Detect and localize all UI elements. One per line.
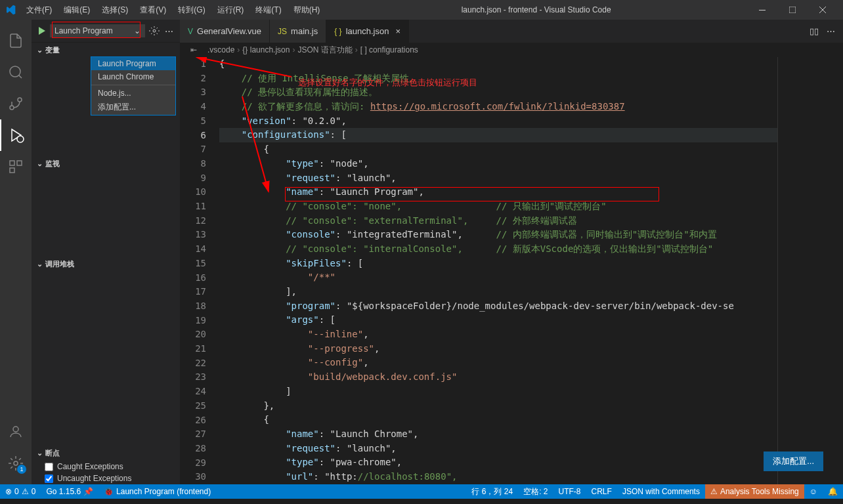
activity-debug[interactable]: [0, 119, 32, 151]
menu-edit[interactable]: 编辑(E): [58, 2, 95, 18]
breakpoint-uncaught-checkbox[interactable]: [45, 474, 53, 483]
status-feedback[interactable]: ☺: [804, 484, 823, 499]
breakpoint-caught-checkbox[interactable]: [45, 463, 53, 471]
section-breakpoints[interactable]: ⌄ 断点: [32, 446, 180, 461]
svg-rect-1: [789, 7, 796, 13]
window-title: launch.json - frontend - Visual Studio C…: [325, 5, 747, 14]
status-bell[interactable]: 🔔: [823, 484, 843, 499]
json-icon: { }: [334, 27, 341, 36]
svg-rect-7: [17, 161, 22, 165]
menu-bar: 文件(F) 编辑(E) 选择(S) 查看(V) 转到(G) 运行(R) 终端(T…: [21, 2, 325, 18]
svg-point-5: [17, 136, 24, 142]
svg-rect-0: [759, 10, 766, 10]
tab-label: main.js: [291, 26, 318, 36]
status-launch[interactable]: 🐞Launch Program (frontend): [98, 484, 216, 499]
vscode-icon: [5, 5, 16, 15]
status-go[interactable]: Go 1.15.6📌: [41, 484, 98, 499]
section-callstack[interactable]: ⌄ 调用堆栈: [32, 257, 180, 272]
debug-config-dropdown[interactable]: Launch Program ⌄: [50, 24, 145, 37]
svg-point-9: [13, 427, 18, 432]
status-problems[interactable]: ⊗0 ⚠0: [0, 484, 41, 499]
activity-extensions[interactable]: [0, 151, 32, 182]
minimap[interactable]: [777, 57, 843, 484]
debug-toolbar: Launch Program ⌄ ⋯: [32, 20, 180, 43]
close-icon[interactable]: ×: [395, 26, 400, 36]
chevron-down-icon: ⌄: [37, 260, 43, 268]
status-encoding[interactable]: UTF-8: [553, 484, 586, 499]
breakpoint-uncaught[interactable]: Uncaught Exceptions: [32, 472, 180, 484]
chevron-right-icon: ›: [237, 45, 240, 54]
feedback-icon: ☺: [810, 487, 817, 496]
split-editor-icon[interactable]: ▯▯: [810, 26, 819, 36]
editor-content[interactable]: 1234567891011121314151617181920212223242…: [180, 57, 843, 484]
svg-point-11: [153, 30, 156, 32]
breadcrumb-file[interactable]: {} launch.json: [242, 45, 290, 54]
activity-search[interactable]: [0, 56, 32, 88]
activity-account[interactable]: [0, 416, 32, 448]
breadcrumb-collapse-icon[interactable]: ⇤: [190, 45, 197, 54]
menu-terminal[interactable]: 终端(T): [250, 2, 286, 18]
breadcrumb: ⇤ .vscode › {} launch.json › JSON 语言功能 ›…: [180, 43, 843, 57]
breakpoint-caught-label: Caught Exceptions: [57, 462, 123, 471]
config-option-nodejs[interactable]: Node.js...: [91, 87, 175, 100]
svg-point-4: [10, 106, 14, 110]
debug-more-button[interactable]: ⋯: [163, 25, 175, 37]
pin-icon: 📌: [83, 487, 93, 496]
section-callstack-label: 调用堆栈: [45, 259, 74, 269]
debug-config-menu: Launch Program Launch Chrome Node.js... …: [91, 56, 176, 116]
menu-goto[interactable]: 转到(G): [173, 2, 210, 18]
activity-explorer[interactable]: [0, 25, 32, 56]
debug-config-selected: Launch Program: [54, 26, 113, 35]
breakpoint-caught[interactable]: Caught Exceptions: [32, 461, 180, 472]
menu-run[interactable]: 运行(R): [212, 2, 249, 18]
minimize-button[interactable]: [747, 0, 777, 20]
close-button[interactable]: [808, 0, 838, 20]
maximize-button[interactable]: [777, 0, 808, 20]
editor-area: V GeneralView.vue JS main.js { } launch.…: [180, 20, 843, 484]
activity-settings[interactable]: 1: [0, 448, 32, 479]
svg-rect-8: [10, 168, 14, 173]
status-eol[interactable]: CRLF: [586, 484, 617, 499]
tabs-bar: V GeneralView.vue JS main.js { } launch.…: [180, 20, 843, 43]
add-config-button[interactable]: 添加配置...: [764, 452, 823, 471]
config-option-launch-chrome[interactable]: Launch Chrome: [91, 70, 175, 83]
status-cursor[interactable]: 行 6，列 24: [466, 484, 518, 499]
chevron-down-icon: ⌄: [37, 449, 43, 457]
activity-scm[interactable]: [0, 88, 32, 119]
status-spaces[interactable]: 空格: 2: [518, 484, 553, 499]
start-debug-button[interactable]: [37, 26, 47, 36]
breadcrumb-symbol[interactable]: [ ] configurations: [360, 45, 418, 54]
section-watch[interactable]: ⌄ 监视: [32, 156, 180, 171]
menu-separator: [91, 85, 175, 85]
code-area[interactable]: { // 使用 IntelliSense 了解相关属性。 // 悬停以查看现有属…: [219, 57, 777, 484]
svg-point-2: [10, 66, 20, 77]
svg-point-3: [18, 98, 22, 102]
titlebar: 文件(F) 编辑(E) 选择(S) 查看(V) 转到(G) 运行(R) 终端(T…: [0, 0, 843, 20]
svg-rect-6: [10, 161, 14, 165]
tab-label: GeneralView.vue: [197, 26, 261, 36]
section-variables[interactable]: ⌄ 变量: [32, 43, 180, 58]
status-lang[interactable]: JSON with Comments: [617, 484, 705, 499]
chevron-down-icon: ⌄: [37, 46, 43, 54]
more-actions-icon[interactable]: ⋯: [827, 26, 835, 36]
menu-file[interactable]: 文件(F): [21, 2, 57, 18]
config-option-launch-program[interactable]: Launch Program: [91, 57, 175, 70]
chevron-down-icon: ⌄: [37, 159, 43, 168]
menu-help[interactable]: 帮助(H): [288, 2, 326, 18]
breadcrumb-folder[interactable]: .vscode: [207, 45, 234, 54]
status-analysis[interactable]: ⚠Analysis Tools Missing: [705, 484, 804, 499]
debug-icon: 🐞: [104, 487, 114, 496]
menu-view[interactable]: 查看(V): [135, 2, 171, 18]
breakpoint-uncaught-label: Uncaught Exceptions: [57, 474, 131, 483]
tab-generalview[interactable]: V GeneralView.vue: [180, 20, 270, 43]
section-watch-label: 监视: [45, 159, 60, 169]
breadcrumb-lang[interactable]: JSON 语言功能: [297, 45, 352, 56]
tab-mainjs[interactable]: JS main.js: [270, 20, 326, 43]
menu-select[interactable]: 选择(S): [97, 2, 133, 18]
debug-sidebar: Launch Program ⌄ ⋯ ⌄ 变量 Launch Program L…: [32, 20, 180, 484]
config-option-add[interactable]: 添加配置...: [91, 100, 175, 115]
debug-settings-button[interactable]: [148, 24, 161, 37]
warning-icon: ⚠: [22, 487, 29, 496]
tab-launchjson[interactable]: { } launch.json ×: [326, 20, 409, 43]
window-controls: [747, 0, 838, 20]
